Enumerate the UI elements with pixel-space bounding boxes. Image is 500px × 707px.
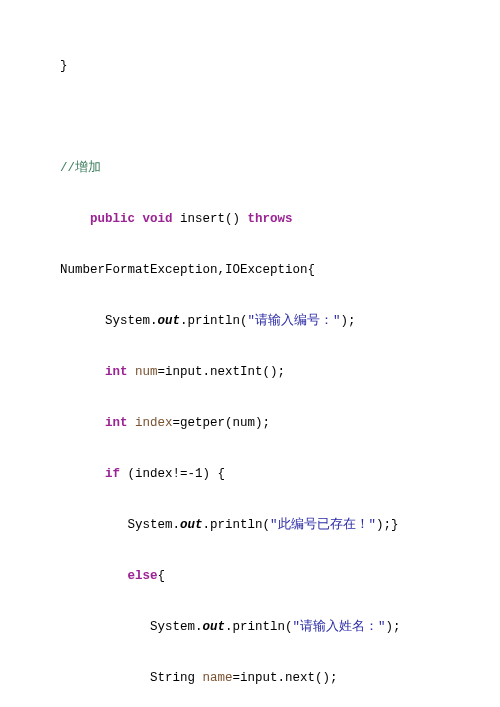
keyword-void: void (143, 212, 173, 226)
text: .println( (203, 518, 271, 532)
variable: num (135, 365, 158, 379)
method-name: insert() (173, 212, 248, 226)
text: (index!=-1) { (120, 467, 225, 481)
space (128, 416, 136, 430)
brace-close: } (60, 59, 68, 73)
text: =getper(num); (173, 416, 271, 430)
text: System. (105, 314, 158, 328)
keyword-public: public (90, 212, 135, 226)
string-literal: "请输入姓名：" (293, 620, 386, 634)
string-literal: "请输入编号：" (248, 314, 341, 328)
variable: name (203, 671, 233, 685)
string-literal: "此编号已存在！" (270, 518, 376, 532)
keyword-else: else (128, 569, 158, 583)
text: System. (128, 518, 181, 532)
field-out: out (203, 620, 226, 634)
field-out: out (180, 518, 203, 532)
code-line: else{ (60, 568, 460, 586)
code-line: //增加 (60, 160, 460, 178)
brace-open: { (158, 569, 166, 583)
text: ); (386, 620, 401, 634)
keyword-int: int (105, 365, 128, 379)
text: );} (376, 518, 399, 532)
code-line: String name=input.next(); (60, 670, 460, 688)
text: System. (150, 620, 203, 634)
code-line: } (60, 58, 460, 76)
code-line: if (index!=-1) { (60, 466, 460, 484)
text: .println( (180, 314, 248, 328)
code-line: NumberFormatException,IOException{ (60, 262, 460, 280)
keyword-throws: throws (248, 212, 293, 226)
code-line: int index=getper(num); (60, 415, 460, 433)
text: =input.nextInt(); (158, 365, 286, 379)
code-line: int num=input.nextInt(); (60, 364, 460, 382)
code-line: public void insert() throws (60, 211, 460, 229)
type-string: String (150, 671, 203, 685)
text: ); (341, 314, 356, 328)
comment-text: //增加 (60, 161, 101, 175)
code-line: System.out.println("请输入姓名："); (60, 619, 460, 637)
text: .println( (225, 620, 293, 634)
keyword-if: if (105, 467, 120, 481)
code-line: System.out.println("请输入编号："); (60, 313, 460, 331)
text: =input.next(); (233, 671, 338, 685)
keyword-int: int (105, 416, 128, 430)
field-out: out (158, 314, 181, 328)
code-line: System.out.println("此编号已存在！");} (60, 517, 460, 535)
space (128, 365, 136, 379)
code-page: } //增加 public void insert() throws Numbe… (0, 0, 500, 707)
variable: index (135, 416, 173, 430)
blank-line (60, 109, 460, 127)
exceptions-text: NumberFormatException,IOException{ (60, 263, 315, 277)
